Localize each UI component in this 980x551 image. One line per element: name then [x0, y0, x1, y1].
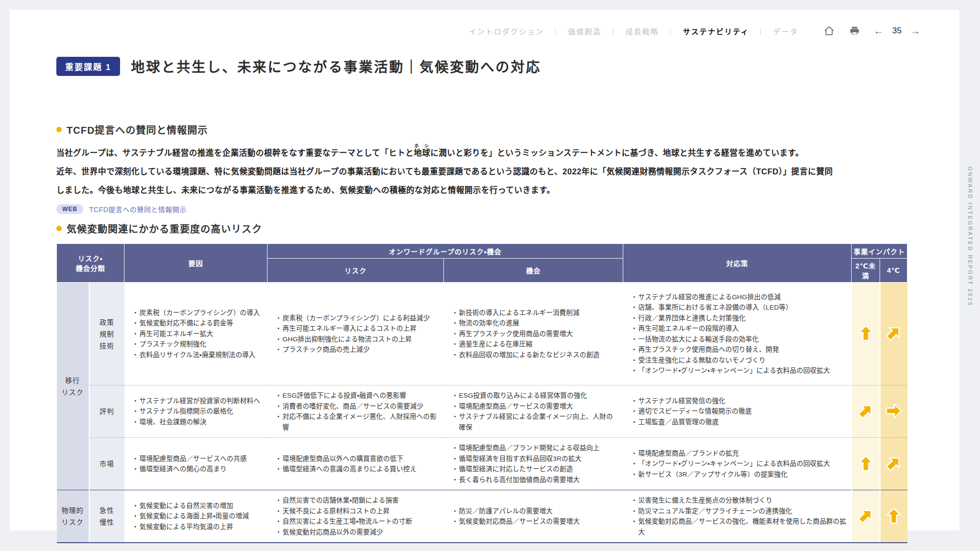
page-prev-icon[interactable]: ← — [874, 25, 883, 37]
impact-arrow-icon — [853, 398, 878, 423]
category-physical-risk: 物理的リスク — [57, 490, 89, 543]
impact-arrow-icon — [882, 451, 906, 476]
list-item: ESG評価低下による投資・融資への悪影響 — [275, 390, 440, 401]
nav-item-sustainability[interactable]: サステナビリティ — [683, 26, 749, 36]
impact-2c-cell — [852, 283, 880, 385]
impact-arrow-icon — [882, 321, 906, 346]
list-item: 衣料品リサイクル法・廃棄規制法の導入 — [132, 350, 264, 360]
cell-responses: サステナブル経営発信の強化適切でスピーディーな情報開示の徹底工場監査／品質管理の… — [623, 385, 852, 438]
impact-4c-cell — [880, 283, 907, 385]
risk-section-heading: 気候変動関連にかかる重要度の高いリスク — [56, 221, 919, 236]
list-item: 循環型経済に対応したサービスの創造 — [452, 464, 619, 475]
list-item: リスク — [57, 516, 89, 528]
list-item: 環境配慮型商品／ブランドの拡充 — [631, 448, 847, 459]
list-item: 自然災害での店舗休業・閉鎖による損害 — [275, 495, 440, 506]
list-item: 気候変動による自然災害の増加 — [132, 501, 264, 511]
list-item: 新サービス（3R／アップサイクル等）の提案強化 — [631, 469, 847, 480]
cell-opportunities: ESG投資の取り込みによる経営体質の強化環境配慮型商品／サービスの需要増大サステ… — [444, 385, 623, 438]
list-item: サステナブル指標開示の厳格化 — [132, 406, 264, 417]
list-item: 気候変動対応商品以外の需要減少 — [275, 527, 440, 538]
cell-factors: 気候変動による自然災害の増加気候変動による海面上昇・雨量の増減気候変動による平均… — [124, 490, 268, 543]
list-item: プラスチック商品の売上減少 — [275, 344, 440, 355]
page-title: 地球と共生し、未来につながる事業活動｜気候変動への対応 — [131, 56, 541, 76]
climate-risk-table: リスク・ 機会分類 要因 オンワードグループのリスク・機会 対応策 事業インパク… — [56, 243, 907, 543]
list-item: 再生可能エネルギー拡大 — [132, 329, 264, 339]
list-item: 慢性 — [90, 516, 124, 528]
cell-responses: サステナブル経営の推進によるGHG排出の低減店舗、事業所における省エネ設備の導入… — [623, 283, 852, 385]
tcfd-section-heading: TCFD提言への賛同と情報開示 — [56, 122, 919, 137]
cell-risks: 炭素税（カーボンプライシング）による利益減少再生可能エネルギー導入によるコストの… — [268, 283, 444, 385]
page-next-icon[interactable]: → — [910, 25, 920, 37]
list-item: 評判 — [90, 406, 124, 417]
table-row-policy: 移行リスク 政策規制技術 炭素税（カーボンプライシング）の導入気候変動対応不備に… — [57, 283, 907, 385]
cell-risks: ESG評価低下による投資・融資への悪影響消費者の嗜好変化、商品／サービスの需要減… — [268, 385, 444, 438]
p1-post: に潤いと彩りを」というミッションステートメントに基づき、地球と共生する経営を進め… — [430, 148, 804, 157]
list-item: 災害発生に備えた生産拠点の分散体制づくり — [631, 495, 847, 506]
impact-2c-cell — [852, 385, 880, 438]
impact-arrow-icon — [857, 324, 875, 342]
print-icon[interactable] — [848, 24, 861, 37]
subcategory-acute-chronic: 急性慢性 — [89, 490, 124, 543]
header-business-impact: 事業インパクト — [852, 244, 907, 259]
page-number: 35 — [892, 26, 902, 36]
list-item: 気候変動による海面上昇・雨量の増減 — [132, 511, 264, 522]
ruby-text: ホ シ — [414, 144, 430, 148]
list-item: 規制 — [90, 328, 124, 340]
list-item: 防災／防護アパレルの需要増大 — [452, 506, 619, 517]
cell-opportunities: 新技術の導入によるエネルギー消費削減物流の効率化の進展再生プラスチック使用商品の… — [444, 283, 623, 385]
list-item: 環境配慮型商品以外への購買意欲の低下 — [275, 454, 440, 464]
list-item: 炭素税（カーボンプライシング）による利益減少 — [275, 313, 440, 324]
list-item: リスク — [57, 386, 89, 398]
list-item: 循環型経済を目指す衣料品回収3Rの拡大 — [452, 454, 619, 464]
tcfd-web-link[interactable]: TCFD提言への賛同と情報開示 — [89, 204, 187, 214]
header-risk: リスク — [268, 259, 444, 283]
list-item: 適切でスピーディーな情報開示の徹底 — [631, 406, 847, 417]
nav-item-introduction[interactable]: イントロダクション — [469, 26, 544, 36]
title-row: 重要課題 1 地球と共生し、未来につながる事業活動｜気候変動への対応 — [56, 56, 541, 76]
list-item: 炭素税（カーボンプライシング）の導入 — [132, 308, 264, 318]
impact-arrow-icon — [885, 402, 903, 420]
list-item: 一括物流の拡大による輸送手段の効率化 — [631, 334, 847, 345]
list-item: 再生可能エネルギー導入によるコストの上昇 — [275, 323, 440, 334]
nav-separator: | — [612, 27, 614, 35]
list-item: プラスチック規制強化 — [132, 339, 264, 350]
list-item: サステナブル経営が投資家の判断材料へ — [132, 396, 264, 407]
cell-factors: サステナブル経営が投資家の判断材料へサステナブル指標開示の厳格化環境、社会課題の… — [124, 385, 268, 438]
list-item: 「オンワード・グリーン・キャンペーン」による衣料品の回収拡大 — [631, 365, 847, 376]
subcategory-reputation: 評判 — [89, 385, 124, 438]
list-item: 店舗、事業所における省エネ設備の導入（LED等） — [631, 302, 847, 313]
tcfd-heading-text: TCFD提言への賛同と情報開示 — [67, 122, 208, 137]
impact-arrow-icon — [857, 455, 875, 472]
nav-separator: | — [555, 27, 557, 35]
impact-2c-cell — [852, 490, 880, 543]
list-item: 物流の効率化の進展 — [452, 318, 619, 329]
list-item: 再生プラスチック使用商品の需要増大 — [452, 329, 619, 339]
nav-item-growth-strategy[interactable]: 成長戦略 — [625, 26, 659, 36]
nav-item-value-creation[interactable]: 価値創造 — [568, 26, 601, 36]
header-category: リスク・ 機会分類 — [57, 244, 124, 283]
impact-arrow-icon — [853, 503, 878, 528]
list-item: GHG排出抑制強化による物流コストの上昇 — [275, 334, 440, 345]
table-row-market: 市場 環境配慮型商品／サービスへの共感循環型経済への関心の高まり 環境配慮型商品… — [57, 438, 907, 490]
list-item: 環境配慮型商品／サービスへの共感 — [132, 454, 264, 464]
cell-risks: 環境配慮型商品以外への購買意欲の低下循環型経済への意識の高まりによる買い控え — [268, 438, 444, 490]
report-side-label: ONWARD INTEGRATED REPORT 2025 — [967, 167, 973, 307]
ruby-base: 地球 — [414, 148, 430, 157]
impact-4c-cell — [880, 438, 907, 490]
nav-item-data[interactable]: データ — [773, 26, 798, 36]
list-item: 再生可能エネルギーの段階的導入 — [631, 323, 847, 334]
pager: ← 35 → — [874, 25, 920, 37]
cell-opportunities: 防災／防護アパレルの需要増大気候変動対応商品／サービスの需要増大 — [444, 490, 623, 543]
report-page: イントロダクション | 価値創造 | 成長戦略 | サステナビリティ | データ — [10, 10, 959, 530]
list-item: 気候変動による平均気温の上昇 — [132, 522, 264, 532]
nav-separator: | — [760, 27, 762, 35]
list-item: 市場 — [90, 458, 124, 470]
list-item: サステナブル経営発信の強化 — [631, 396, 847, 407]
list-item: 物理的 — [57, 504, 89, 516]
home-icon[interactable] — [823, 24, 835, 37]
list-item: 循環型経済への意識の高まりによる買い控え — [275, 464, 440, 475]
tcfd-body-text: 当社グループは、サステナブル経営の推進を企業活動の根幹をなす重要なテーマとして「… — [56, 144, 919, 199]
header-opportunity: 機会 — [444, 259, 623, 283]
legend-arrow-diag-icon — [677, 548, 695, 551]
tcfd-paragraph-2: 近年、世界中で深刻化している環境課題、特に気候変動問題は当社グループの事業活動に… — [56, 162, 919, 181]
